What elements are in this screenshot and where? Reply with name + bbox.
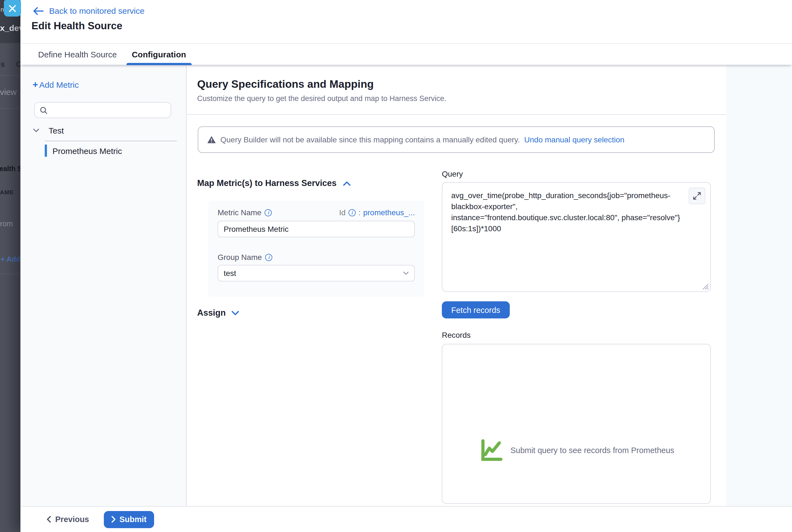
info-icon[interactable]: i (265, 209, 272, 216)
fetch-records-button[interactable]: Fetch records (442, 301, 510, 319)
line-chart-icon (478, 438, 504, 462)
screen: nt x_dev s C view ealth S AME rom + Add (0, 0, 792, 532)
expand-icon (693, 192, 701, 200)
query-text[interactable]: avg_over_time(probe_http_duration_second… (451, 190, 683, 234)
tab-label: Configuration (132, 50, 186, 59)
backdrop-text-fragment: + Add (1, 255, 20, 263)
metric-name-label: Metric Name i (218, 208, 272, 217)
metrics-sidebar: + Add Metric (20, 65, 187, 506)
metric-group-row[interactable]: Test (33, 126, 64, 135)
drawer-header: Back to monitored service Edit Health So… (20, 0, 792, 43)
submit-label: Submit (119, 515, 147, 524)
backdrop-text-fragment: x_dev (0, 23, 20, 33)
drawer-body: + Add Metric (20, 65, 792, 506)
records-empty-text: Submit query to see records from Prometh… (510, 446, 674, 455)
close-button[interactable] (4, 0, 21, 17)
chevron-left-icon (47, 516, 51, 522)
tab-configuration[interactable]: Configuration (132, 43, 186, 64)
group-name-select[interactable]: test (218, 265, 415, 282)
chevron-down-icon (33, 129, 39, 132)
query-builder-warning-banner: Query Builder will not be available sinc… (198, 126, 715, 153)
warning-icon (207, 136, 216, 144)
section-title: Query Specifications and Mapping (197, 78, 374, 91)
query-label: Query (442, 169, 463, 178)
add-metric-button[interactable]: + Add Metric (33, 80, 79, 90)
previous-label: Previous (55, 515, 89, 524)
sidebar-item-prometheus-metric[interactable]: Prometheus Metric (45, 145, 122, 157)
submit-button[interactable]: Submit (104, 511, 154, 528)
backdrop-text-fragment: ealth S (0, 165, 20, 173)
section-subtitle: Customize the query to get the desired o… (197, 94, 446, 103)
group-name-label: Group Name i (218, 253, 272, 262)
warning-message: Query Builder will not be available sinc… (220, 135, 520, 144)
metric-name-row: Metric Name i Id i : prometheus_... (218, 208, 415, 217)
records-empty-state: Submit query to see records from Prometh… (478, 438, 674, 462)
query-editor[interactable]: avg_over_time(probe_http_duration_second… (442, 182, 711, 292)
metric-name-input[interactable] (218, 221, 415, 237)
group-divider (45, 141, 177, 141)
resize-handle[interactable] (702, 284, 708, 290)
backdrop-divider (0, 75, 20, 76)
close-icon (9, 5, 16, 12)
expand-query-button[interactable] (689, 188, 705, 204)
info-icon[interactable]: i (348, 209, 355, 216)
metric-search (34, 102, 171, 118)
add-metric-label: Add Metric (39, 80, 79, 90)
map-metrics-section-header[interactable]: Map Metric(s) to Harness Services (197, 178, 351, 188)
records-panel: Submit query to see records from Prometh… (442, 344, 711, 504)
label-text: Group Name (218, 253, 262, 262)
edit-health-source-drawer: Back to monitored service Edit Health So… (20, 0, 792, 532)
backdrop-divider (0, 108, 20, 109)
underlying-page-backdrop: nt x_dev s C view ealth S AME rom + Add (0, 0, 20, 532)
backdrop-text-fragment: view (0, 87, 17, 97)
backdrop-text-fragment: rom (0, 220, 13, 228)
records-label: Records (442, 330, 471, 339)
right-gutter (726, 65, 792, 506)
assign-section-header[interactable]: Assign (197, 308, 239, 318)
section-divider (186, 114, 726, 115)
backdrop-text-fragment: C (16, 60, 20, 69)
metric-id-link[interactable]: prometheus_... (363, 208, 415, 217)
search-input[interactable] (51, 106, 171, 115)
back-link-label: Back to monitored service (49, 6, 144, 16)
metric-group-label: Test (49, 126, 64, 135)
info-icon[interactable]: i (265, 253, 272, 261)
id-label: Id (339, 208, 346, 217)
label-text: Metric Name (218, 208, 261, 217)
plus-icon: + (33, 80, 38, 90)
chevron-down-icon (403, 271, 409, 275)
undo-manual-query-link[interactable]: Undo manual query selection (524, 135, 624, 144)
metric-id-group: Id i : prometheus_... (339, 208, 415, 217)
map-metrics-title: Map Metric(s) to Harness Services (197, 178, 337, 188)
tab-define-health-source[interactable]: Define Health Source (38, 43, 117, 64)
page-title: Edit Health Source (32, 20, 122, 32)
drawer-footer: Previous Submit (20, 506, 792, 532)
group-name-value: test (224, 269, 236, 278)
selected-indicator (45, 145, 47, 157)
metric-item-label: Prometheus Metric (53, 146, 122, 155)
chevron-up-icon (343, 181, 351, 186)
assign-title: Assign (197, 308, 226, 318)
previous-button[interactable]: Previous (47, 511, 89, 528)
chevron-down-icon (231, 310, 239, 316)
search-icon (40, 106, 48, 114)
back-to-monitored-service-link[interactable]: Back to monitored service (33, 6, 144, 16)
backdrop-divider (0, 274, 20, 274)
back-arrow-icon (33, 7, 44, 15)
tab-label: Define Health Source (38, 50, 117, 59)
backdrop-text-fragment: s (1, 60, 5, 69)
metric-mapping-card: Metric Name i Id i : prometheus_... Grou… (208, 201, 424, 297)
tab-bar: Define Health Source Configuration (20, 43, 792, 65)
active-tab-underline (126, 63, 192, 65)
id-separator: : (358, 208, 361, 217)
backdrop-text-fragment: AME (0, 189, 14, 195)
chevron-right-icon (112, 516, 116, 522)
